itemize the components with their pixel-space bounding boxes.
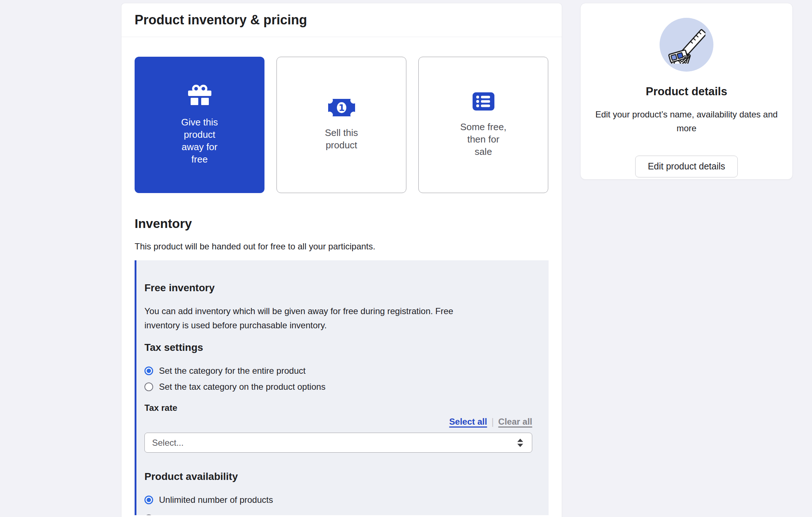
free-inventory-panel: Free inventory You can add inventory whi… <box>135 260 549 515</box>
option-sell-product[interactable]: 1 Sell this product <box>276 57 406 193</box>
details-heading: Product details <box>595 85 778 98</box>
inventory-description: This product will be handed out for free… <box>135 241 549 252</box>
clear-all-link[interactable]: Clear all <box>498 417 532 427</box>
radio-row-tax-entire-product[interactable]: Set the category for the entire product <box>144 364 532 378</box>
product-details-card: Product details Edit your product’s name… <box>580 3 793 180</box>
option-some-free-then-sale[interactable]: Some free, then for sale <box>418 57 548 193</box>
card-header: Product inventory & pricing <box>122 3 562 37</box>
link-separator: | <box>491 416 494 428</box>
radio-label: Set the category for the entire product <box>159 366 306 376</box>
radio-label: Products are limited <box>159 514 236 515</box>
tax-rate-select-value: Select... <box>152 438 184 448</box>
radio-row-unlimited-products[interactable]: Unlimited number of products <box>144 493 532 507</box>
radio-row-tax-product-options[interactable]: Set the tax category on the product opti… <box>144 380 532 394</box>
banknote-icon: 1 <box>328 99 355 118</box>
inventory-heading: Inventory <box>135 216 549 231</box>
tax-settings-heading: Tax settings <box>144 342 532 353</box>
radio-button[interactable] <box>144 366 153 375</box>
radio-button[interactable] <box>144 514 153 515</box>
select-all-link[interactable]: Select all <box>449 417 487 427</box>
product-inventory-pricing-card: Product inventory & pricing Giv <box>121 3 562 517</box>
select-arrows-icon <box>517 438 523 447</box>
tax-rate-label: Tax rate <box>144 403 532 413</box>
swatches-ruler-icon <box>660 18 713 72</box>
radio-label: Set the tax category on the product opti… <box>159 382 326 392</box>
list-icon <box>473 92 494 112</box>
free-inventory-description: You can add inventory which will be give… <box>144 304 488 332</box>
option-label: Sell this product <box>320 127 363 151</box>
product-availability-heading: Product availability <box>144 471 532 482</box>
svg-text:1: 1 <box>338 103 345 113</box>
radio-button[interactable] <box>144 496 153 504</box>
option-label: Some free, then for sale <box>459 121 508 158</box>
product-pricing-page: Product inventory & pricing Giv <box>0 0 812 517</box>
radio-label: Unlimited number of products <box>159 495 273 505</box>
radio-row-products-limited[interactable]: Products are limited <box>144 512 532 515</box>
card-body: Give this product away for free 1 <box>122 57 562 515</box>
gift-icon <box>188 85 211 107</box>
tax-rate-select[interactable]: Select... <box>144 433 532 453</box>
page-title: Product inventory & pricing <box>135 12 307 28</box>
radio-button[interactable] <box>144 382 153 391</box>
pricing-options-row: Give this product away for free 1 <box>135 57 549 193</box>
select-clear-links: Select all | Clear all <box>144 416 532 428</box>
option-give-free[interactable]: Give this product away for free <box>135 57 264 193</box>
details-description: Edit your product’s name, availability d… <box>595 108 778 135</box>
free-inventory-heading: Free inventory <box>144 282 532 294</box>
option-label: Give this product away for free <box>176 116 223 165</box>
edit-product-details-button[interactable]: Edit product details <box>635 156 738 177</box>
